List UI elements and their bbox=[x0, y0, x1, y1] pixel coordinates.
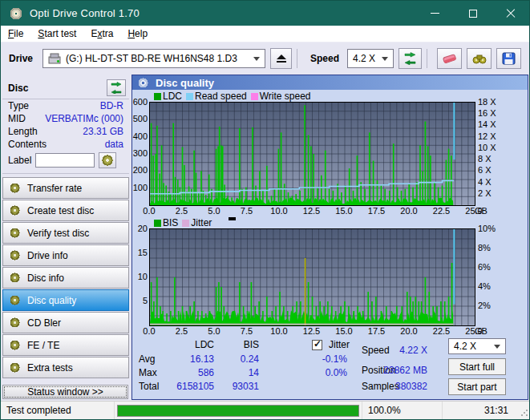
search-disc-button[interactable] bbox=[467, 48, 492, 69]
cd-icon bbox=[10, 183, 20, 193]
axis-tick: 20 bbox=[138, 224, 148, 233]
axis-tick: 22.5 bbox=[431, 206, 452, 216]
axis-tick: 10% bbox=[478, 224, 496, 233]
maximize-icon bbox=[469, 10, 477, 18]
menu-start-test[interactable]: Start test bbox=[30, 26, 83, 41]
legend-marker bbox=[229, 217, 236, 220]
bis-chart-row: 2015105 10%8%6%4%2% bbox=[132, 228, 528, 326]
legend-item: BIS bbox=[154, 217, 178, 228]
sidebar-item-label: Transfer rate bbox=[27, 183, 82, 194]
menu-file[interactable]: File bbox=[1, 26, 30, 41]
cd-icon bbox=[10, 295, 20, 305]
save-button[interactable] bbox=[496, 48, 521, 69]
close-button[interactable] bbox=[492, 1, 529, 26]
axis-tick: 0.0 bbox=[139, 206, 160, 216]
total-row-label: Total bbox=[139, 381, 159, 392]
sidebar-item-transfer-rate[interactable]: Transfer rate bbox=[2, 177, 129, 199]
sidebar-item-label: CD Bler bbox=[27, 317, 61, 329]
toolbar-separator bbox=[427, 49, 427, 68]
axis-tick: 400 bbox=[133, 131, 148, 141]
disc-box-title: Disc bbox=[8, 83, 28, 94]
ldc-chart-row: 600500400300200100 18 X16 X14 X12 X10 X8… bbox=[132, 102, 528, 206]
axis-tick: 8% bbox=[478, 243, 491, 252]
axis-tick: 20.0 bbox=[399, 206, 419, 216]
disc-label-input[interactable] bbox=[35, 153, 95, 168]
legend-label: Jitter bbox=[191, 217, 212, 228]
axis-tick: 2.5 bbox=[172, 206, 192, 216]
legend-swatch bbox=[182, 220, 189, 227]
eject-icon bbox=[276, 54, 287, 63]
axis-tick: 500 bbox=[133, 114, 148, 123]
axis-tick: 10.0 bbox=[269, 326, 289, 336]
sidebar-item-drive-info[interactable]: Drive info bbox=[2, 244, 129, 266]
legend-swatch bbox=[154, 93, 161, 100]
minimize-button[interactable] bbox=[416, 1, 454, 26]
cd-icon bbox=[138, 78, 148, 88]
sidebar-item-label: Verify test disc bbox=[27, 228, 89, 239]
sidebar-item-label: Disc quality bbox=[27, 295, 76, 306]
maximize-button[interactable] bbox=[454, 1, 492, 26]
panel-title: Disc quality bbox=[156, 77, 214, 89]
ldc-avg-value: 16.13 bbox=[164, 353, 214, 365]
sidebar-item-label: Disc info bbox=[27, 273, 64, 284]
refresh-drives-button[interactable] bbox=[399, 48, 422, 69]
refresh-disc-button[interactable] bbox=[107, 79, 126, 96]
axis-tick: 2.5 bbox=[172, 326, 192, 336]
axis-tick: 12.5 bbox=[301, 326, 322, 336]
sidebar-item-label: FE / TE bbox=[27, 340, 59, 351]
bis-max-value: 14 bbox=[222, 367, 259, 378]
resize-grip[interactable] bbox=[520, 409, 528, 417]
ldc-left-axis: 600500400300200100 bbox=[132, 102, 149, 206]
sidebar-item-disc-quality[interactable]: Disc quality bbox=[2, 289, 129, 311]
legend-swatch bbox=[186, 93, 193, 100]
axis-tick: 12 X bbox=[478, 131, 496, 141]
ldc-chart-legend: LDCRead speedWrite speed bbox=[154, 91, 528, 102]
sidebar-item-cd-bler[interactable]: CD Bler bbox=[2, 312, 129, 333]
sidebar-item-verify-test-disc[interactable]: Verify test disc bbox=[2, 222, 129, 244]
eject-button[interactable] bbox=[270, 48, 292, 69]
sidebar-item-extra-tests[interactable]: Extra tests bbox=[2, 357, 129, 378]
jitter-max-value: 0.0% bbox=[277, 367, 347, 378]
bis-column-header: BIS bbox=[222, 339, 259, 350]
close-icon bbox=[506, 9, 516, 18]
axis-tick: 5 bbox=[143, 296, 148, 305]
start-part-button[interactable]: Start part bbox=[448, 378, 506, 395]
status-window-button[interactable]: Status window >> bbox=[2, 385, 128, 399]
results-summary: LDC BIS Jitter Avg 16.13 0.24 -0.1% Max … bbox=[132, 337, 528, 398]
samples-stat-value: 380382 bbox=[374, 381, 427, 392]
progress-fill bbox=[118, 406, 358, 416]
axis-tick: 5.0 bbox=[204, 206, 225, 216]
main-content: Disc TypeBD-R MIDVERBATIMc (000) Length2… bbox=[1, 75, 530, 402]
write-label-button[interactable] bbox=[99, 152, 116, 168]
sidebar-item-create-test-disc[interactable]: Create test disc bbox=[2, 200, 129, 221]
binoculars-icon bbox=[472, 52, 487, 65]
test-speed-select[interactable]: 4.2 X bbox=[448, 338, 506, 354]
legend-label: Write speed bbox=[260, 91, 311, 102]
sidebar-item-label: Create test disc bbox=[27, 205, 94, 216]
sidebar-item-fe-te[interactable]: FE / TE bbox=[2, 334, 129, 356]
speed-select[interactable]: 4.2 X bbox=[347, 49, 394, 68]
drive-value: (G:) HL-DT-ST BD-RE WH16NS48 1.D3 bbox=[66, 53, 237, 64]
jitter-checkbox[interactable] bbox=[312, 340, 322, 350]
sidebar-item-disc-info[interactable]: Disc info bbox=[2, 267, 129, 289]
menu-help[interactable]: Help bbox=[120, 26, 155, 41]
ldc-column-header: LDC bbox=[164, 339, 214, 350]
cd-icon bbox=[10, 250, 20, 260]
axis-tick: 10 bbox=[138, 272, 148, 281]
bis-right-axis: 10%8%6%4%2% bbox=[475, 228, 508, 326]
axis-tick: 20.0 bbox=[399, 326, 419, 336]
drive-icon bbox=[48, 53, 61, 65]
axis-tick: 10 X bbox=[478, 143, 496, 152]
bis-chart-canvas bbox=[149, 228, 475, 326]
start-full-button[interactable]: Start full bbox=[448, 358, 506, 375]
avg-row-label: Avg bbox=[139, 353, 155, 365]
speed-label: Speed bbox=[310, 53, 339, 64]
menu-extra[interactable]: Extra bbox=[83, 26, 120, 41]
disc-type-value: BD-R bbox=[100, 100, 123, 111]
drive-select[interactable]: (G:) HL-DT-ST BD-RE WH16NS48 1.D3 bbox=[42, 49, 265, 68]
erase-disc-button[interactable] bbox=[437, 48, 462, 69]
disc-length-value: 23.31 GB bbox=[83, 126, 123, 137]
jitter-column-header: Jitter bbox=[329, 339, 350, 350]
disc-contents-value: data bbox=[105, 139, 123, 150]
chevron-down-icon bbox=[382, 57, 388, 61]
